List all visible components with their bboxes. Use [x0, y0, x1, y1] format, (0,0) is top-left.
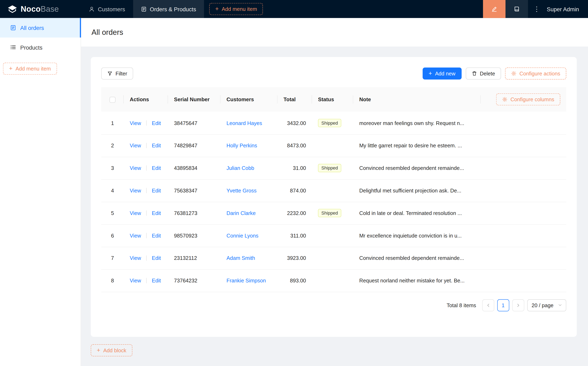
- empty-cell: [481, 224, 566, 247]
- view-link[interactable]: View: [130, 210, 141, 216]
- nav-item-customers[interactable]: Customers: [81, 0, 133, 18]
- row-index: 1: [101, 112, 124, 134]
- view-link[interactable]: View: [130, 255, 141, 261]
- row-index: 4: [101, 179, 124, 202]
- ui-editor-button[interactable]: [483, 0, 506, 18]
- add-block-button[interactable]: + Add block: [91, 344, 132, 356]
- column-header-note: Note: [353, 87, 481, 112]
- pagination-page-1[interactable]: 1: [497, 299, 509, 311]
- sidebar-item-all-orders[interactable]: All orders: [0, 18, 81, 38]
- user-menu[interactable]: Super Admin: [547, 6, 579, 12]
- serial-number-cell: 74829847: [168, 134, 220, 157]
- view-link[interactable]: View: [130, 233, 141, 238]
- configure-columns-button[interactable]: Configure columns: [496, 93, 560, 106]
- orders-table: Actions Serial Number Customers Total St…: [101, 87, 566, 292]
- edit-link[interactable]: Edit: [152, 277, 161, 283]
- logo-noco: Noco: [21, 5, 41, 13]
- sidebar-item-products[interactable]: Products: [0, 38, 81, 57]
- table-header-row: Actions Serial Number Customers Total St…: [101, 87, 566, 112]
- customer-link[interactable]: Holly Perkins: [226, 143, 257, 149]
- header-add-menu-item-button[interactable]: + Add menu item: [209, 3, 263, 15]
- logo-text: NocoBase: [21, 5, 59, 14]
- edit-link[interactable]: Edit: [152, 143, 161, 149]
- status-cell: Shipped: [312, 202, 353, 224]
- chevron-left-icon: [486, 303, 490, 307]
- person-icon: [89, 6, 94, 12]
- book-icon: [514, 6, 520, 12]
- table-row: 8 View Edit 73764232 Frankie Simpson 893…: [101, 269, 566, 292]
- table-row: 1 View Edit 38475647 Leonard Hayes 3432.…: [101, 112, 566, 134]
- configure-actions-label: Configure actions: [519, 70, 560, 76]
- nav-item-orders-products[interactable]: Orders & Products: [133, 0, 204, 18]
- row-index: 6: [101, 224, 124, 247]
- total-cell: 3923.00: [277, 247, 312, 269]
- delete-button[interactable]: Delete: [466, 68, 501, 79]
- app-window: NocoBase Customers Orders & Products + A…: [0, 0, 588, 366]
- total-cell: 3432.00: [277, 112, 312, 134]
- empty-cell: [481, 247, 566, 269]
- serial-number-cell: 75638347: [168, 179, 220, 202]
- filter-button[interactable]: Filter: [101, 68, 133, 79]
- customer-cell: Holly Perkins: [220, 134, 277, 157]
- pagination-prev-button[interactable]: [482, 299, 494, 311]
- edit-link[interactable]: Edit: [152, 233, 161, 238]
- page-size-select[interactable]: 20 / page: [527, 299, 566, 311]
- view-link[interactable]: View: [130, 120, 141, 126]
- sidebar-add-menu-item-button[interactable]: + Add menu item: [3, 63, 57, 75]
- customer-cell: Frankie Simpson: [220, 269, 277, 292]
- action-divider: [146, 165, 147, 171]
- customer-link[interactable]: Leonard Hayes: [226, 120, 262, 126]
- customer-link[interactable]: Frankie Simpson: [226, 277, 266, 283]
- view-link[interactable]: View: [130, 165, 141, 171]
- top-nav: Customers Orders & Products + Add menu i…: [81, 0, 263, 18]
- configure-columns-label: Configure columns: [511, 96, 554, 102]
- action-divider: [146, 143, 147, 148]
- select-all-checkbox[interactable]: [109, 97, 115, 103]
- action-divider: [146, 210, 147, 216]
- customer-cell: Connie Lyons: [220, 224, 277, 247]
- serial-number-cell: 76381273: [168, 202, 220, 224]
- filter-label: Filter: [116, 70, 127, 76]
- customer-cell: Yvette Gross: [220, 179, 277, 202]
- status-cell: Shipped: [312, 112, 353, 134]
- edit-link[interactable]: Edit: [152, 188, 161, 193]
- customer-link[interactable]: Darin Clarke: [226, 210, 256, 216]
- pagination-next-button[interactable]: [512, 299, 524, 311]
- pagination: Total 8 items 1 20 / page: [101, 299, 566, 311]
- nocobase-logo-icon: [8, 5, 17, 13]
- gear-icon: [502, 97, 507, 102]
- status-tag: Shipped: [318, 164, 341, 172]
- view-link[interactable]: View: [130, 188, 141, 193]
- logo[interactable]: NocoBase: [0, 0, 81, 18]
- add-new-button[interactable]: + Add new: [422, 68, 461, 79]
- action-divider: [146, 255, 147, 261]
- row-index: 3: [101, 157, 124, 179]
- edit-link[interactable]: Edit: [152, 165, 161, 171]
- empty-cell: [481, 134, 566, 157]
- sidebar-item-label: All orders: [20, 25, 44, 31]
- status-cell: Shipped: [312, 157, 353, 179]
- row-actions-cell: View Edit: [124, 157, 168, 179]
- customer-link[interactable]: Adam Smith: [226, 255, 255, 261]
- status-tag: Shipped: [318, 119, 341, 127]
- page-header: All orders: [81, 18, 588, 46]
- configure-actions-button[interactable]: Configure actions: [505, 68, 566, 79]
- add-menu-item-label: Add menu item: [222, 6, 257, 12]
- add-new-label: Add new: [435, 70, 455, 76]
- customer-link[interactable]: Connie Lyons: [226, 233, 259, 238]
- status-cell: [312, 269, 353, 292]
- view-link[interactable]: View: [130, 277, 141, 283]
- plus-icon: +: [97, 347, 100, 353]
- customer-link[interactable]: Yvette Gross: [226, 188, 257, 193]
- view-link[interactable]: View: [130, 143, 141, 149]
- docs-button[interactable]: [506, 0, 528, 18]
- customer-link[interactable]: Julian Cobb: [226, 165, 254, 171]
- more-menu-button[interactable]: ⋮: [528, 0, 545, 18]
- edit-link[interactable]: Edit: [152, 255, 161, 261]
- row-actions-cell: View Edit: [124, 269, 168, 292]
- status-cell: [312, 247, 353, 269]
- orders-icon: [10, 25, 16, 31]
- status-tag: Shipped: [318, 209, 341, 217]
- edit-link[interactable]: Edit: [152, 120, 161, 126]
- edit-link[interactable]: Edit: [152, 210, 161, 216]
